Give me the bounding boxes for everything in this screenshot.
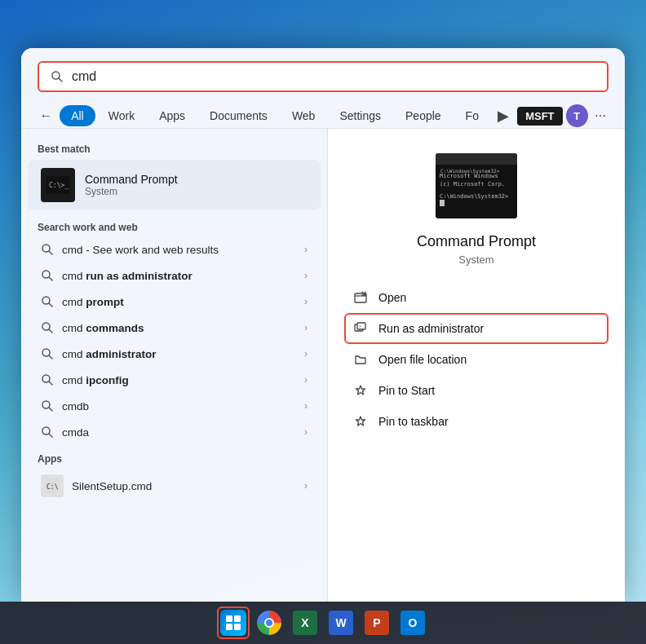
result-search-icon-3 [41, 321, 54, 334]
chrome-inner [264, 618, 274, 628]
content-area: Best match C:\>_ Command Prompt System S… [21, 129, 625, 602]
result-text-6: cmdb [62, 400, 296, 412]
win-grid [226, 615, 241, 630]
excel-button[interactable]: X [289, 607, 321, 639]
svg-text:C:\>_: C:\>_ [49, 182, 69, 189]
search-work-web-section: Search work and web [21, 214, 327, 236]
svg-text:C:\: C:\ [46, 483, 59, 491]
apps-section-label: Apps [38, 453, 311, 465]
result-text-4: cmd administrator [62, 348, 296, 360]
apps-section: Apps [21, 445, 327, 468]
result-search-icon-0 [41, 243, 54, 256]
tab-fo[interactable]: Fo [454, 105, 490, 126]
app-preview-svg: Microsoft Windows (c) Microsoft Corp. C:… [436, 153, 517, 218]
tab-all[interactable]: All [60, 105, 95, 126]
powerpoint-button[interactable]: P [361, 607, 393, 639]
best-match-item[interactable]: C:\>_ Command Prompt System [28, 160, 321, 210]
best-match-label: Best match [21, 140, 327, 160]
result-arrow-1: › [304, 270, 308, 281]
pin-to-start-icon [352, 382, 369, 399]
left-panel: Best match C:\>_ Command Prompt System S… [21, 129, 327, 602]
pin-to-taskbar-icon [352, 413, 369, 430]
windows-logo [220, 610, 246, 636]
tab-apps[interactable]: Apps [148, 105, 197, 126]
action-list: Open >_ Run as administrator [344, 282, 608, 437]
action-pin-to-start[interactable]: Pin to Start [344, 375, 608, 406]
svg-line-5 [49, 251, 52, 254]
run-as-admin-icon: >_ [352, 320, 369, 337]
win-cell-br [234, 624, 241, 630]
result-text-5: cmd ipconfig [62, 374, 296, 386]
svg-line-13 [49, 355, 52, 359]
tab-documents[interactable]: Documents [198, 105, 279, 126]
svg-text:(c) Microsoft Corp.: (c) Microsoft Corp. [440, 181, 505, 187]
action-open-file-location-label: Open file location [378, 353, 467, 366]
result-text-0: cmd - See work and web results [62, 244, 296, 256]
search-input-wrapper[interactable] [38, 61, 608, 92]
action-open-label: Open [378, 291, 406, 304]
svg-rect-27 [440, 200, 445, 206]
msft-badge[interactable]: MSFT [517, 107, 562, 126]
search-result-3[interactable]: cmd commands › [28, 315, 321, 341]
tab-more-button[interactable]: ▶ [492, 104, 514, 127]
search-result-4[interactable]: cmd administrator › [28, 341, 321, 367]
search-input[interactable] [72, 69, 595, 84]
result-arrow-5: › [304, 374, 308, 386]
ppt-icon: P [365, 611, 389, 635]
search-result-1[interactable]: cmd run as administrator › [28, 262, 321, 289]
result-arrow-7: › [304, 426, 308, 438]
action-run-as-admin[interactable]: >_ Run as administrator [344, 313, 608, 344]
chrome-button[interactable] [253, 607, 285, 639]
open-icon [352, 289, 369, 306]
action-open[interactable]: Open [344, 282, 608, 313]
tab-back-button[interactable]: ← [34, 104, 58, 128]
svg-rect-23 [436, 153, 517, 165]
outlook-button[interactable]: O [396, 607, 429, 639]
tab-settings[interactable]: Settings [328, 105, 392, 126]
best-match-text: Command Prompt System [85, 173, 178, 197]
result-search-icon-7 [41, 426, 54, 439]
outlook-icon: O [400, 611, 425, 635]
app-result-0[interactable]: C:\ SilentSetup.cmd › [28, 468, 321, 504]
svg-text:>_: >_ [359, 324, 365, 329]
search-result-7[interactable]: cmda › [28, 419, 321, 445]
tab-people[interactable]: People [394, 105, 453, 126]
svg-line-15 [49, 382, 52, 385]
svg-line-1 [59, 78, 62, 82]
result-text-1: cmd run as administrator [62, 270, 296, 282]
win-cell-bl [226, 624, 232, 630]
result-search-icon-2 [41, 295, 54, 308]
result-text-3: cmd commands [62, 322, 296, 334]
taskbar: X W P O [0, 602, 646, 644]
tab-web[interactable]: Web [281, 105, 327, 126]
t-badge[interactable]: T [566, 104, 588, 127]
app-result-text-0: SilentSetup.cmd [72, 480, 296, 492]
word-button[interactable]: W [325, 607, 357, 639]
app-preview-icon: Microsoft Windows (c) Microsoft Corp. C:… [436, 153, 517, 218]
start-button[interactable] [217, 607, 250, 639]
action-open-file-location[interactable]: Open file location [344, 344, 608, 375]
svg-line-7 [49, 277, 52, 280]
svg-line-11 [49, 329, 52, 333]
tab-overflow-button[interactable]: ⋯ [590, 104, 612, 127]
app-preview-title: Command Prompt [417, 233, 536, 250]
result-search-icon-5 [41, 373, 54, 386]
search-result-6[interactable]: cmdb › [28, 393, 321, 419]
action-pin-to-taskbar[interactable]: Pin to taskbar [344, 406, 608, 437]
search-window: ← All Work Apps Documents Web Settings P… [21, 48, 625, 602]
action-run-as-admin-label: Run as administrator [378, 322, 484, 335]
open-file-location-icon [352, 351, 369, 368]
search-icon [51, 70, 64, 83]
result-arrow-4: › [304, 348, 308, 359]
svg-line-9 [49, 303, 52, 307]
word-icon: W [329, 611, 353, 635]
action-pin-to-taskbar-label: Pin to taskbar [378, 415, 449, 428]
app-result-arrow-0: › [304, 480, 308, 492]
search-result-2[interactable]: cmd prompt › [28, 289, 321, 315]
tab-work[interactable]: Work [97, 105, 146, 126]
search-result-0[interactable]: cmd - See work and web results › [28, 236, 321, 262]
result-search-icon-4 [41, 347, 54, 360]
result-arrow-6: › [304, 400, 308, 412]
result-arrow-3: › [304, 322, 308, 333]
search-result-5[interactable]: cmd ipconfig › [28, 367, 321, 393]
